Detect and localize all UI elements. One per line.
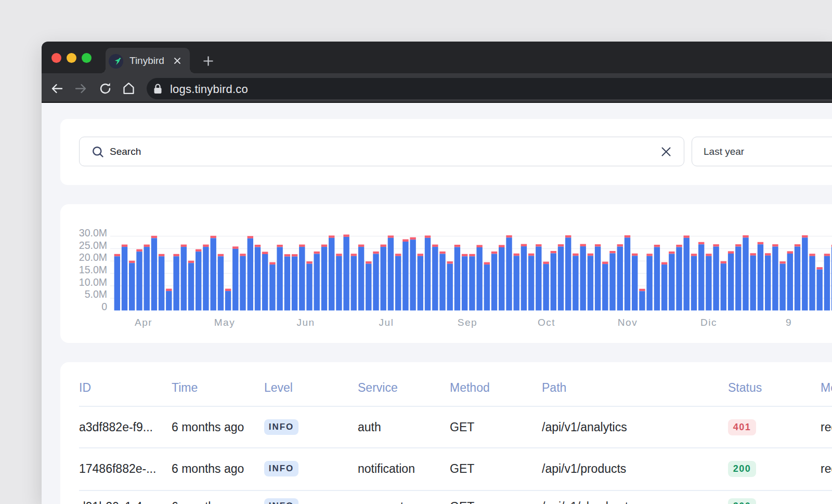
- svg-text:Jun: Jun: [296, 317, 315, 328]
- svg-text:9: 9: [786, 317, 792, 328]
- svg-text:Sep: Sep: [458, 317, 477, 328]
- svg-text:Nov: Nov: [618, 317, 638, 328]
- svg-text:25.0M: 25.0M: [79, 240, 107, 251]
- svg-text:0: 0: [101, 301, 107, 312]
- svg-text:May: May: [214, 317, 235, 328]
- svg-text:Dic: Dic: [700, 317, 717, 328]
- svg-text:20.0M: 20.0M: [79, 251, 107, 263]
- svg-text:5.0M: 5.0M: [85, 288, 107, 300]
- svg-text:15.0M: 15.0M: [79, 264, 107, 275]
- svg-text:10.0M: 10.0M: [79, 276, 107, 288]
- svg-text:Apr: Apr: [135, 317, 152, 328]
- svg-text:Jul: Jul: [379, 317, 394, 328]
- svg-text:Oct: Oct: [538, 317, 555, 328]
- svg-text:30.0M: 30.0M: [79, 227, 107, 238]
